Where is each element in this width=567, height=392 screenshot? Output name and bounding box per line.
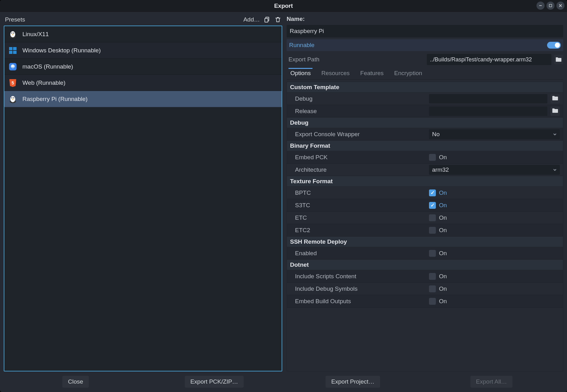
checkbox[interactable] bbox=[429, 214, 436, 221]
svg-rect-1 bbox=[549, 4, 552, 7]
property-key: ETC2 bbox=[295, 227, 429, 234]
browse-button[interactable] bbox=[550, 107, 560, 116]
property-key: Architecture bbox=[295, 166, 429, 173]
tab-encryption[interactable]: Encryption bbox=[392, 68, 424, 79]
property-row: Debug bbox=[287, 93, 563, 105]
preset-item[interactable]: Windows Desktop (Runnable) bbox=[4, 42, 282, 59]
property-row: S3TC On bbox=[287, 199, 563, 212]
folder-icon bbox=[552, 108, 558, 115]
property-key: Release bbox=[295, 108, 429, 115]
preset-item[interactable]: 5 Web (Runnable) bbox=[4, 75, 282, 91]
dropdown-value: No bbox=[432, 131, 440, 138]
tab-features[interactable]: Features bbox=[358, 68, 385, 79]
property-key: Include Scripts Content bbox=[295, 273, 429, 280]
dropdown-value: arm32 bbox=[432, 166, 449, 173]
svg-point-9 bbox=[13, 32, 14, 33]
tab-bar: OptionsResourcesFeaturesEncryption bbox=[287, 68, 563, 80]
svg-rect-11 bbox=[13, 47, 17, 50]
file-input[interactable] bbox=[429, 94, 547, 103]
delete-preset-button[interactable] bbox=[275, 17, 281, 23]
preset-label: Web (Runnable) bbox=[22, 79, 65, 86]
preset-label: Raspberry Pi (Runnable) bbox=[22, 96, 88, 103]
checkbox[interactable] bbox=[429, 298, 436, 305]
svg-rect-10 bbox=[9, 47, 12, 50]
property-row: Embed Build Outputs On bbox=[287, 295, 563, 308]
export-path-browse-button[interactable] bbox=[554, 55, 563, 64]
checkbox-label: On bbox=[439, 189, 447, 196]
name-label: Name: bbox=[287, 15, 563, 23]
preset-item[interactable]: macOS (Runnable) bbox=[4, 59, 282, 75]
minimize-icon bbox=[539, 4, 542, 7]
dropdown[interactable]: arm32 bbox=[429, 165, 560, 175]
checkbox-label: On bbox=[439, 298, 447, 305]
checkbox[interactable] bbox=[429, 273, 436, 280]
minimize-button[interactable] bbox=[536, 2, 545, 10]
runnable-toggle[interactable] bbox=[547, 42, 561, 49]
windows-icon bbox=[8, 46, 17, 55]
property-key: ETC bbox=[295, 214, 429, 221]
checkbox-label: On bbox=[439, 202, 447, 209]
preset-item[interactable]: Linux/X11 bbox=[4, 26, 282, 42]
folder-icon bbox=[555, 57, 562, 62]
property-row: BPTC On bbox=[287, 187, 563, 199]
footer: Close Export PCK/ZIP… Export Project… Ex… bbox=[0, 375, 567, 392]
export-pck-button[interactable]: Export PCK/ZIP… bbox=[185, 376, 244, 388]
property-key: BPTC bbox=[295, 189, 429, 196]
property-row: ETC On bbox=[287, 212, 563, 224]
export-project-button[interactable]: Export Project… bbox=[326, 376, 380, 388]
maximize-button[interactable] bbox=[546, 2, 555, 10]
property-key: Debug bbox=[295, 95, 429, 102]
checkbox-label: On bbox=[439, 154, 447, 161]
property-row: Export Console Wrapper No bbox=[287, 128, 563, 141]
property-key: Export Console Wrapper bbox=[295, 131, 429, 138]
svg-point-8 bbox=[12, 32, 12, 33]
export-all-button[interactable]: Export All… bbox=[470, 376, 512, 388]
properties-panel: Custom TemplateDebug Release DebugExport… bbox=[287, 82, 563, 371]
file-input[interactable] bbox=[429, 107, 547, 116]
name-input[interactable] bbox=[287, 25, 563, 37]
property-key: Embed PCK bbox=[295, 154, 429, 161]
property-key: Embed Build Outputs bbox=[295, 298, 429, 305]
add-preset-button[interactable]: Add… bbox=[243, 16, 260, 23]
property-key: S3TC bbox=[295, 202, 429, 209]
close-window-button[interactable] bbox=[556, 2, 565, 10]
folder-icon bbox=[552, 95, 558, 102]
maximize-icon bbox=[549, 4, 552, 7]
preset-label: Linux/X11 bbox=[22, 31, 49, 38]
chevron-down-icon bbox=[553, 166, 557, 173]
svg-point-21 bbox=[12, 97, 12, 98]
tab-options[interactable]: Options bbox=[288, 68, 312, 79]
property-row: Enabled On bbox=[287, 247, 563, 260]
property-row: Release bbox=[287, 105, 563, 117]
checkbox[interactable] bbox=[429, 227, 436, 234]
section-header: Texture Format bbox=[287, 176, 563, 187]
svg-point-17 bbox=[13, 65, 14, 66]
checkbox[interactable] bbox=[429, 202, 436, 209]
presets-title: Presets bbox=[5, 16, 25, 23]
copy-preset-button[interactable] bbox=[264, 17, 270, 23]
svg-rect-5 bbox=[265, 18, 268, 22]
dropdown[interactable]: No bbox=[429, 129, 560, 139]
tab-resources[interactable]: Resources bbox=[319, 68, 351, 79]
property-row: Embed PCK On bbox=[287, 151, 563, 164]
html5-icon: 5 bbox=[8, 78, 17, 88]
close-button[interactable]: Close bbox=[62, 376, 89, 388]
preset-list[interactable]: Linux/X11 Windows Desktop (Runnable) mac… bbox=[4, 26, 282, 371]
browse-button[interactable] bbox=[550, 94, 560, 103]
property-row: Include Scripts Content On bbox=[287, 270, 563, 283]
titlebar: Export bbox=[0, 0, 567, 12]
checkbox[interactable] bbox=[429, 189, 436, 196]
preset-item[interactable]: Raspberry Pi (Runnable) bbox=[4, 91, 282, 107]
checkbox[interactable] bbox=[429, 154, 436, 161]
checkbox[interactable] bbox=[429, 250, 436, 257]
svg-rect-13 bbox=[13, 51, 17, 54]
checkbox[interactable] bbox=[429, 285, 436, 292]
trash-icon bbox=[275, 17, 281, 23]
chevron-down-icon bbox=[553, 131, 557, 138]
export-path-input[interactable] bbox=[427, 54, 551, 65]
section-header: Binary Format bbox=[287, 141, 563, 151]
section-header: SSH Remote Deploy bbox=[287, 237, 563, 247]
preset-label: macOS (Runnable) bbox=[22, 63, 73, 70]
checkbox-label: On bbox=[439, 250, 447, 257]
property-key: Include Debug Symbols bbox=[295, 285, 429, 292]
